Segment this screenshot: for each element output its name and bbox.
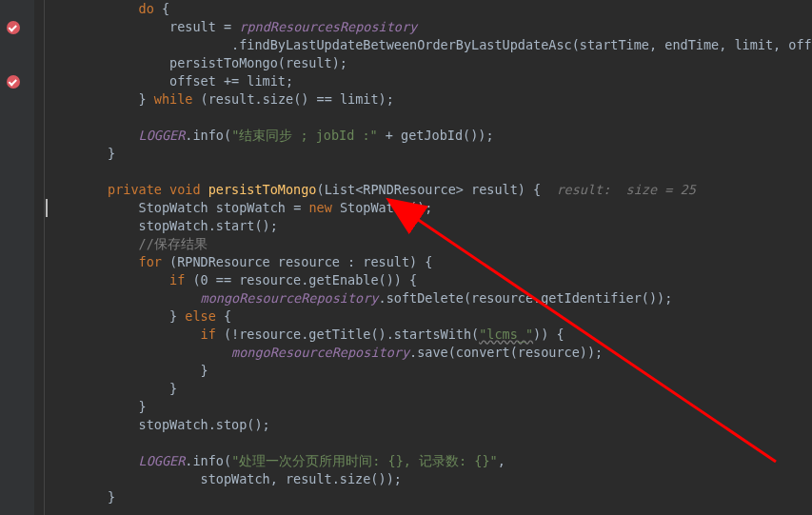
code-line: mongoResourceRepository.save(convert(res… xyxy=(46,344,812,362)
code-line: result = rpndResourcesRepository xyxy=(46,18,812,36)
code-line xyxy=(46,434,812,452)
code-line: offset += limit; xyxy=(46,72,812,90)
code-line: do { xyxy=(46,0,812,18)
inline-hint: result: size = 25 xyxy=(541,182,696,197)
code-line xyxy=(46,163,812,181)
caret xyxy=(46,199,48,217)
code-line: } xyxy=(46,380,812,398)
code-line: } while (result.size() == limit); xyxy=(46,90,812,109)
code-line-current: StopWatch stopWatch = new StopWatch(); xyxy=(46,199,812,217)
code-line: } xyxy=(46,145,812,163)
gutter-divider xyxy=(34,0,45,515)
code-line: //保存结果 xyxy=(46,235,812,253)
code-line: stopWatch.start(); xyxy=(46,217,812,235)
breakpoint-error-icon[interactable] xyxy=(7,21,20,34)
code-line: } xyxy=(46,488,812,506)
code-line: persistToMongo(result); xyxy=(46,54,812,72)
code-line: } xyxy=(46,362,812,380)
breakpoint-error-icon[interactable] xyxy=(7,75,20,89)
code-line: stopWatch.stop(); xyxy=(46,416,812,434)
code-line: for (RPNDResource resource : result) { xyxy=(46,253,812,271)
code-line: LOGGER.info("结束同步 ; jobId :" + getJobId(… xyxy=(46,127,812,145)
code-line: stopWatch, result.size()); xyxy=(46,470,812,488)
code-line: } xyxy=(46,398,812,416)
code-line: if (0 == resource.getEnable()) { xyxy=(46,271,812,289)
code-line: } else { xyxy=(46,307,812,326)
code-line: private void persistToMongo(List<RPNDRes… xyxy=(46,181,812,199)
code-line: if (!resource.getTitle().startsWith("lcm… xyxy=(46,326,812,344)
code-line xyxy=(46,109,812,127)
code-editor[interactable]: do { result = rpndResourcesRepository .f… xyxy=(46,0,812,515)
gutter xyxy=(0,0,34,515)
code-line: LOGGER.info("处理一次分页所用时间: {}, 记录数: {}", xyxy=(46,452,812,470)
code-line: .findByLastUpdateBetweenOrderByLastUpdat… xyxy=(46,36,812,54)
code-line: mongoResourceRepository.softDelete(resou… xyxy=(46,289,812,307)
